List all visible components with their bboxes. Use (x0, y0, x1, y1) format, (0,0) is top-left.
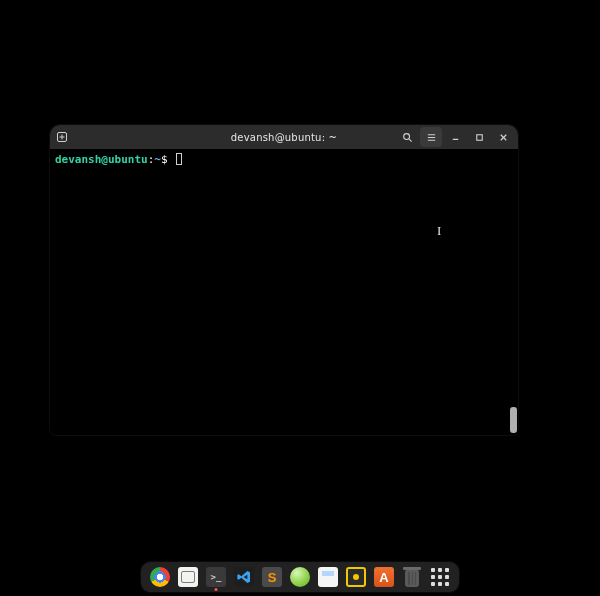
terminal-window: devansh@ubuntu: ~ (50, 125, 518, 435)
prompt-dollar: $ (161, 153, 168, 166)
dock-item-files[interactable] (177, 566, 199, 588)
close-icon (498, 132, 509, 143)
prompt-userhost: devansh@ubuntu (55, 153, 148, 166)
terminal-content: devansh@ubuntu:~$ (50, 149, 518, 171)
terminal-scrollbar-thumb[interactable] (510, 407, 517, 433)
svg-point-3 (403, 133, 409, 139)
trash-icon (405, 570, 419, 587)
window-titlebar[interactable]: devansh@ubuntu: ~ (50, 125, 518, 149)
close-button[interactable] (492, 127, 514, 147)
dock-item-terminal[interactable] (205, 566, 227, 588)
hamburger-icon (426, 132, 437, 143)
search-button[interactable] (396, 127, 418, 147)
search-icon (402, 132, 413, 143)
minimize-icon (450, 132, 461, 143)
sublime-icon: S (262, 567, 282, 587)
terminal-cursor (176, 153, 182, 165)
software-icon: A (374, 567, 394, 587)
dock-item-green[interactable] (289, 566, 311, 588)
rhythm-icon (346, 567, 366, 587)
dock-item-vscode[interactable] (233, 566, 255, 588)
dock-item-chrome[interactable] (149, 566, 171, 588)
new-tab-icon (56, 131, 68, 143)
minimize-button[interactable] (444, 127, 466, 147)
dock: S A (141, 562, 459, 592)
dock-item-rhythm[interactable] (345, 566, 367, 588)
files-icon (178, 567, 198, 587)
dock-item-sublime[interactable]: S (261, 566, 283, 588)
titlebar-left (50, 125, 74, 149)
maximize-button[interactable] (468, 127, 490, 147)
text-cursor-ibeam: I (437, 224, 441, 238)
svg-rect-9 (476, 134, 482, 140)
maximize-icon (474, 132, 485, 143)
dock-item-software[interactable]: A (373, 566, 395, 588)
green-app-icon (290, 567, 310, 587)
terminal-icon (206, 567, 226, 587)
titlebar-right (396, 125, 518, 149)
terminal-body[interactable]: devansh@ubuntu:~$ I (50, 149, 518, 435)
dock-item-apps[interactable] (429, 566, 451, 588)
notes-icon (318, 567, 338, 587)
prompt-path: ~ (154, 153, 161, 166)
svg-line-4 (408, 138, 411, 141)
vscode-icon (234, 567, 254, 587)
new-tab-button[interactable] (50, 126, 74, 148)
chrome-icon (150, 567, 170, 587)
dock-item-trash[interactable] (401, 566, 423, 588)
dock-item-notes[interactable] (317, 566, 339, 588)
apps-grid-icon (430, 567, 450, 587)
terminal-scrollbar-track[interactable] (510, 151, 517, 415)
menu-button[interactable] (420, 127, 442, 147)
